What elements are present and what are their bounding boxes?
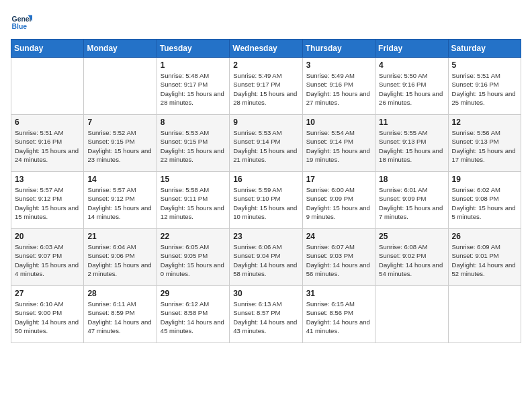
cell-content: Sunrise: 5:49 AM Sunset: 9:16 PM Dayligh… [306, 71, 371, 107]
calendar-cell [375, 286, 448, 343]
weekday-header: Sunday [11, 40, 84, 58]
weekday-header: Friday [375, 40, 448, 58]
calendar-cell: 28Sunrise: 6:11 AM Sunset: 8:59 PM Dayli… [84, 286, 157, 343]
day-number: 6 [15, 118, 80, 127]
calendar-cell: 12Sunrise: 5:56 AM Sunset: 9:13 PM Dayli… [448, 115, 521, 172]
calendar-cell: 29Sunrise: 6:12 AM Sunset: 8:58 PM Dayli… [157, 286, 229, 343]
day-number: 7 [87, 118, 152, 127]
day-number: 13 [15, 175, 80, 184]
weekday-header: Monday [84, 40, 157, 58]
day-number: 25 [379, 232, 444, 241]
day-number: 20 [15, 232, 80, 241]
cell-content: Sunrise: 5:57 AM Sunset: 9:12 PM Dayligh… [15, 185, 80, 221]
calendar-cell: 9Sunrise: 5:53 AM Sunset: 9:14 PM Daylig… [230, 115, 302, 172]
calendar-cell: 4Sunrise: 5:50 AM Sunset: 9:16 PM Daylig… [375, 58, 448, 115]
cell-content: Sunrise: 6:11 AM Sunset: 8:59 PM Dayligh… [87, 300, 152, 335]
calendar-cell: 1Sunrise: 5:48 AM Sunset: 9:17 PM Daylig… [157, 58, 229, 115]
calendar-cell [11, 58, 84, 115]
cell-content: Sunrise: 6:12 AM Sunset: 8:58 PM Dayligh… [161, 300, 226, 335]
cell-content: Sunrise: 5:54 AM Sunset: 9:14 PM Dayligh… [306, 128, 371, 164]
cell-content: Sunrise: 5:53 AM Sunset: 9:15 PM Dayligh… [161, 128, 226, 164]
calendar-cell: 18Sunrise: 6:01 AM Sunset: 9:09 PM Dayli… [375, 172, 448, 229]
day-number: 1 [161, 60, 226, 70]
weekday-header: Tuesday [157, 40, 229, 58]
logo-icon: General Blue [11, 11, 32, 32]
calendar-cell: 7Sunrise: 5:52 AM Sunset: 9:15 PM Daylig… [84, 115, 157, 172]
day-number: 21 [87, 232, 152, 241]
cell-content: Sunrise: 6:04 AM Sunset: 9:06 PM Dayligh… [87, 242, 152, 278]
calendar-cell: 13Sunrise: 5:57 AM Sunset: 9:12 PM Dayli… [11, 172, 84, 229]
cell-content: Sunrise: 6:15 AM Sunset: 8:56 PM Dayligh… [306, 300, 371, 335]
cell-content: Sunrise: 5:51 AM Sunset: 9:16 PM Dayligh… [15, 128, 80, 164]
day-number: 30 [233, 289, 298, 298]
day-number: 10 [306, 118, 371, 127]
day-number: 28 [87, 289, 152, 298]
day-number: 14 [87, 175, 152, 184]
calendar-cell: 3Sunrise: 5:49 AM Sunset: 9:16 PM Daylig… [302, 58, 375, 115]
day-number: 29 [161, 289, 226, 298]
day-number: 26 [452, 232, 517, 241]
cell-content: Sunrise: 6:06 AM Sunset: 9:04 PM Dayligh… [233, 242, 298, 278]
cell-content: Sunrise: 6:03 AM Sunset: 9:07 PM Dayligh… [15, 242, 80, 278]
calendar-cell: 31Sunrise: 6:15 AM Sunset: 8:56 PM Dayli… [302, 286, 375, 343]
day-number: 31 [306, 289, 371, 298]
logo: General Blue [11, 11, 35, 32]
calendar-cell: 30Sunrise: 6:13 AM Sunset: 8:57 PM Dayli… [230, 286, 302, 343]
day-number: 9 [233, 118, 298, 127]
cell-content: Sunrise: 5:52 AM Sunset: 9:15 PM Dayligh… [87, 128, 152, 164]
cell-content: Sunrise: 5:56 AM Sunset: 9:13 PM Dayligh… [452, 128, 517, 164]
day-number: 24 [306, 232, 371, 241]
day-number: 3 [306, 60, 371, 70]
cell-content: Sunrise: 6:05 AM Sunset: 9:05 PM Dayligh… [161, 242, 226, 278]
calendar-cell: 21Sunrise: 6:04 AM Sunset: 9:06 PM Dayli… [84, 229, 157, 286]
calendar-cell: 17Sunrise: 6:00 AM Sunset: 9:09 PM Dayli… [302, 172, 375, 229]
weekday-header: Wednesday [230, 40, 302, 58]
cell-content: Sunrise: 5:49 AM Sunset: 9:17 PM Dayligh… [233, 71, 298, 107]
cell-content: Sunrise: 6:10 AM Sunset: 9:00 PM Dayligh… [15, 300, 80, 335]
calendar-cell: 2Sunrise: 5:49 AM Sunset: 9:17 PM Daylig… [230, 58, 302, 115]
day-number: 11 [379, 118, 444, 127]
day-number: 2 [233, 60, 298, 70]
calendar-cell: 5Sunrise: 5:51 AM Sunset: 9:16 PM Daylig… [448, 58, 521, 115]
calendar-cell: 26Sunrise: 6:09 AM Sunset: 9:01 PM Dayli… [448, 229, 521, 286]
cell-content: Sunrise: 5:53 AM Sunset: 9:14 PM Dayligh… [233, 128, 298, 164]
calendar-cell: 23Sunrise: 6:06 AM Sunset: 9:04 PM Dayli… [230, 229, 302, 286]
calendar-cell: 15Sunrise: 5:58 AM Sunset: 9:11 PM Dayli… [157, 172, 229, 229]
calendar-cell: 6Sunrise: 5:51 AM Sunset: 9:16 PM Daylig… [11, 115, 84, 172]
cell-content: Sunrise: 6:00 AM Sunset: 9:09 PM Dayligh… [306, 185, 371, 221]
calendar-cell: 27Sunrise: 6:10 AM Sunset: 9:00 PM Dayli… [11, 286, 84, 343]
calendar-cell: 16Sunrise: 5:59 AM Sunset: 9:10 PM Dayli… [230, 172, 302, 229]
calendar-cell: 22Sunrise: 6:05 AM Sunset: 9:05 PM Dayli… [157, 229, 229, 286]
cell-content: Sunrise: 6:09 AM Sunset: 9:01 PM Dayligh… [452, 242, 517, 278]
cell-content: Sunrise: 5:50 AM Sunset: 9:16 PM Dayligh… [379, 71, 444, 107]
svg-text:Blue: Blue [12, 23, 28, 30]
calendar-cell: 19Sunrise: 6:02 AM Sunset: 9:08 PM Dayli… [448, 172, 521, 229]
cell-content: Sunrise: 5:59 AM Sunset: 9:10 PM Dayligh… [233, 185, 298, 221]
day-number: 15 [161, 175, 226, 184]
calendar-cell: 8Sunrise: 5:53 AM Sunset: 9:15 PM Daylig… [157, 115, 229, 172]
cell-content: Sunrise: 5:55 AM Sunset: 9:13 PM Dayligh… [379, 128, 444, 164]
day-number: 5 [452, 60, 517, 70]
day-number: 27 [15, 289, 80, 298]
calendar-cell: 20Sunrise: 6:03 AM Sunset: 9:07 PM Dayli… [11, 229, 84, 286]
calendar-week-row: 6Sunrise: 5:51 AM Sunset: 9:16 PM Daylig… [11, 115, 521, 172]
calendar-cell [448, 286, 521, 343]
cell-content: Sunrise: 5:58 AM Sunset: 9:11 PM Dayligh… [161, 185, 226, 221]
calendar-table: SundayMondayTuesdayWednesdayThursdayFrid… [11, 39, 521, 343]
day-number: 18 [379, 175, 444, 184]
calendar-cell: 14Sunrise: 5:57 AM Sunset: 9:12 PM Dayli… [84, 172, 157, 229]
cell-content: Sunrise: 5:57 AM Sunset: 9:12 PM Dayligh… [87, 185, 152, 221]
page-header: General Blue [11, 11, 521, 32]
calendar-cell: 11Sunrise: 5:55 AM Sunset: 9:13 PM Dayli… [375, 115, 448, 172]
day-number: 8 [161, 118, 226, 127]
calendar-cell: 24Sunrise: 6:07 AM Sunset: 9:03 PM Dayli… [302, 229, 375, 286]
cell-content: Sunrise: 6:13 AM Sunset: 8:57 PM Dayligh… [233, 300, 298, 335]
day-number: 22 [161, 232, 226, 241]
weekday-header: Thursday [302, 40, 375, 58]
calendar-week-row: 20Sunrise: 6:03 AM Sunset: 9:07 PM Dayli… [11, 229, 521, 286]
cell-content: Sunrise: 6:01 AM Sunset: 9:09 PM Dayligh… [379, 185, 444, 221]
weekday-header: Saturday [448, 40, 521, 58]
day-number: 4 [379, 60, 444, 70]
calendar-week-row: 1Sunrise: 5:48 AM Sunset: 9:17 PM Daylig… [11, 58, 521, 115]
day-number: 19 [452, 175, 517, 184]
